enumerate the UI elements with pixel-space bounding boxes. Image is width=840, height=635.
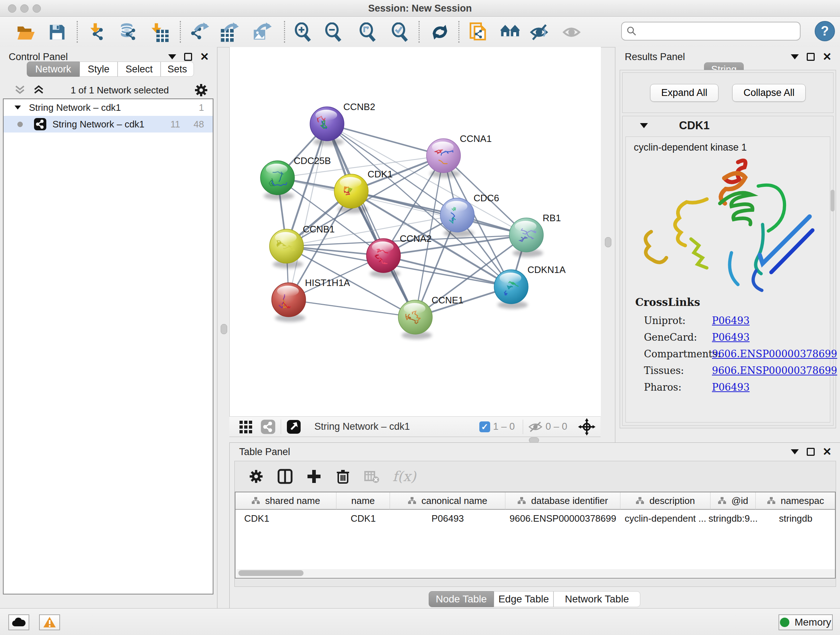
export-image-icon[interactable] — [251, 22, 272, 43]
hide-selected-icon[interactable] — [529, 22, 550, 43]
copy-network-icon[interactable] — [468, 22, 489, 43]
tab-network-table[interactable]: Network Table — [554, 591, 640, 607]
table-hscrollbar[interactable] — [236, 569, 835, 577]
memory-button[interactable]: Memory — [778, 614, 833, 630]
crosslink-link[interactable]: P06493 — [712, 332, 750, 343]
column-header--id[interactable]: @id — [711, 492, 756, 510]
collection-expand-icon[interactable] — [14, 105, 21, 109]
expand-all-icon[interactable] — [32, 84, 46, 96]
gene-description: cyclin-dependent kinase 1 — [626, 137, 830, 153]
birds-eye-view-icon[interactable] — [286, 419, 302, 434]
network-node-cdc6[interactable] — [440, 198, 474, 237]
table-settings-gear-icon[interactable] — [248, 468, 264, 485]
import-network-icon[interactable] — [87, 22, 108, 43]
network-node-ccne1[interactable] — [398, 300, 432, 339]
search-icon — [626, 26, 637, 36]
network-view-canvas[interactable]: CCNB2 CCNA1 CDC25B CDK1 CDC6 RB1 CCNB1 — [229, 47, 601, 416]
column-header-description[interactable]: description — [621, 492, 711, 510]
column-header-name[interactable]: name — [336, 492, 390, 510]
network-node-ccna2[interactable] — [366, 239, 401, 278]
cloud-status-button[interactable] — [8, 614, 29, 630]
network-list-icon[interactable] — [261, 419, 276, 434]
results-panel-float-icon[interactable] — [807, 53, 815, 61]
gene-collapse-icon[interactable] — [640, 123, 648, 128]
tab-select[interactable]: Select — [118, 62, 161, 77]
table-panel-collapse-icon[interactable] — [791, 449, 799, 454]
import-database-icon[interactable] — [118, 22, 140, 43]
crosslink-row: Pharos:P06493 — [635, 379, 837, 395]
network-node-hist1h1a[interactable] — [272, 283, 306, 322]
add-column-icon[interactable] — [306, 468, 322, 485]
network-row[interactable]: String Network – cdk1 11 48 — [4, 116, 213, 133]
grid-view-icon[interactable] — [239, 419, 254, 434]
crosslink-link[interactable]: P06493 — [712, 382, 750, 393]
left-splitter-handle[interactable] — [221, 324, 227, 334]
network-node-rb1[interactable] — [509, 218, 543, 257]
column-header-shared-name[interactable]: shared name — [235, 492, 336, 510]
results-panel-close-icon[interactable]: ✕ — [823, 53, 832, 61]
table-cell[interactable]: P06493 — [390, 510, 505, 526]
search-input[interactable] — [637, 25, 796, 37]
network-edge[interactable] — [289, 300, 415, 317]
first-neighbors-icon[interactable] — [500, 22, 521, 43]
right-splitter-handle[interactable] — [605, 237, 611, 247]
column-header-canonical-name[interactable]: canonical name — [390, 492, 505, 510]
delete-column-trash-icon[interactable] — [335, 468, 351, 485]
tab-network[interactable]: Network — [27, 62, 80, 77]
network-edge[interactable] — [289, 124, 327, 300]
results-panel-collapse-icon[interactable] — [791, 54, 799, 59]
table-cell[interactable]: cyclin-dependent ... — [621, 510, 711, 526]
control-panel-float-icon[interactable] — [184, 53, 192, 61]
results-scrollbar-thumb[interactable] — [831, 190, 835, 211]
table-cell[interactable]: CDK1 — [336, 510, 390, 526]
tab-sets[interactable]: Sets — [161, 62, 194, 77]
show-columns-icon[interactable] — [277, 468, 294, 485]
network-collection-row[interactable]: String Network – cdk1 1 — [4, 99, 213, 116]
zoom-fit-icon[interactable] — [357, 22, 378, 43]
warnings-button[interactable] — [39, 614, 60, 630]
control-panel-collapse-icon[interactable] — [168, 54, 176, 59]
selected-nodes-checkbox[interactable]: ✓ — [479, 421, 490, 432]
crosslink-link[interactable]: 9606.ENSP00000378699 — [712, 348, 837, 359]
column-header-database-identifier[interactable]: database identifier — [505, 492, 621, 510]
pan-crosshair-icon[interactable] — [578, 418, 595, 435]
gene-section-header[interactable]: CDK1 — [622, 116, 833, 135]
network-node-cdkn1a[interactable] — [494, 270, 528, 309]
export-table-icon[interactable] — [218, 22, 240, 43]
search-box[interactable] — [621, 22, 801, 41]
gear-icon[interactable] — [194, 83, 208, 97]
expand-all-button[interactable]: Expand All — [650, 84, 719, 102]
tab-node-table[interactable]: Node Table — [429, 591, 494, 607]
tab-edge-table[interactable]: Edge Table — [494, 591, 554, 607]
crosslink-link[interactable]: 9606.ENSP00000378699 — [712, 365, 837, 376]
help-button[interactable]: ? — [815, 21, 835, 41]
network-node-cdk1[interactable] — [334, 174, 368, 213]
tab-style[interactable]: Style — [80, 62, 118, 77]
network-node-cdc25b[interactable] — [261, 161, 294, 200]
collapse-all-button[interactable]: Collapse All — [732, 84, 806, 102]
zoom-selected-icon[interactable] — [390, 22, 411, 43]
table-cell[interactable]: stringdb:9... — [711, 510, 756, 526]
network-node-ccna1[interactable] — [426, 139, 461, 178]
table-cell[interactable]: CDK1 — [235, 510, 336, 526]
zoom-in-icon[interactable] — [293, 22, 314, 43]
table-cell[interactable]: stringdb — [756, 510, 836, 526]
table-panel-close-icon[interactable]: ✕ — [823, 448, 832, 456]
show-all-icon[interactable] — [561, 22, 583, 43]
export-network-icon[interactable] — [189, 22, 210, 43]
crosslink-link[interactable]: P06493 — [712, 315, 750, 326]
collapse-all-icon[interactable] — [13, 84, 27, 96]
table-panel-float-icon[interactable] — [807, 448, 815, 456]
control-panel-close-icon[interactable]: ✕ — [200, 53, 209, 61]
zoom-out-icon[interactable] — [323, 22, 344, 43]
open-file-icon[interactable] — [15, 22, 36, 43]
refresh-layout-icon[interactable] — [429, 22, 450, 43]
import-table-icon[interactable] — [148, 22, 169, 43]
network-node-ccnb1[interactable] — [270, 229, 303, 268]
table-cell[interactable]: 9606.ENSP00000378699 — [505, 510, 621, 526]
network-edge[interactable] — [351, 191, 526, 235]
save-session-icon[interactable] — [47, 22, 68, 43]
table-hscrollbar-thumb[interactable] — [238, 570, 303, 576]
column-header-namespac[interactable]: namespac — [756, 492, 836, 510]
network-node-ccnb2[interactable] — [310, 107, 344, 146]
